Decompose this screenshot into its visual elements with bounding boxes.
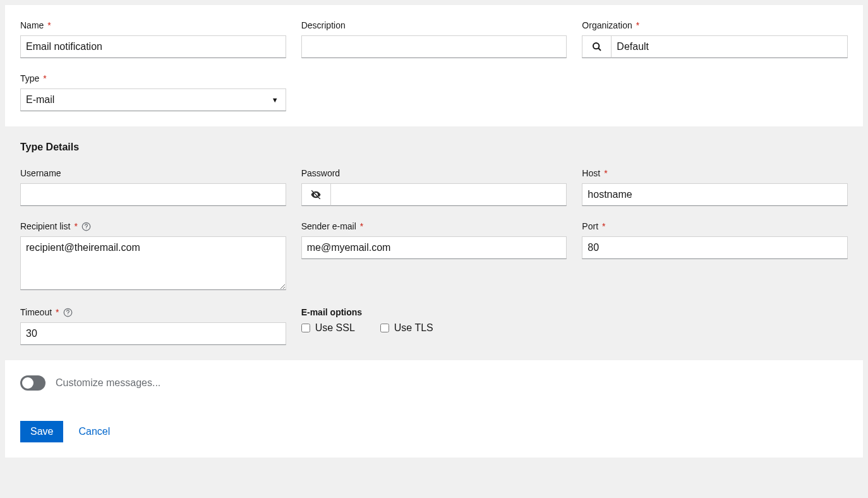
username-input[interactable] <box>20 183 286 206</box>
type-select[interactable] <box>20 88 286 111</box>
use-ssl-label: Use SSL <box>315 322 355 334</box>
eye-slash-icon <box>310 189 322 200</box>
host-label: Host * <box>582 168 848 178</box>
toggle-password-visibility[interactable] <box>301 183 330 206</box>
switch-thumb <box>22 377 33 389</box>
svg-line-1 <box>598 48 601 51</box>
timeout-label: Timeout * <box>20 307 286 317</box>
required-indicator: * <box>604 168 607 178</box>
customize-messages-toggle[interactable] <box>20 375 45 391</box>
port-input[interactable] <box>582 236 848 259</box>
cancel-button[interactable]: Cancel <box>78 426 110 437</box>
use-tls-input[interactable] <box>380 324 389 332</box>
required-indicator: * <box>43 73 46 83</box>
svg-point-5 <box>86 228 87 229</box>
name-input[interactable] <box>20 35 286 58</box>
username-label: Username <box>20 168 286 178</box>
recipient-list-input[interactable]: recipient@theiremail.com <box>20 236 286 290</box>
general-section: Name * Description Organization * <box>5 5 863 126</box>
password-input[interactable] <box>330 183 567 206</box>
name-label: Name * <box>20 20 286 30</box>
use-tls-label: Use TLS <box>394 322 433 334</box>
organization-search-button[interactable] <box>582 35 611 58</box>
type-details-section: Type Details Username Password <box>5 126 863 360</box>
help-icon[interactable] <box>81 221 92 231</box>
recipient-list-label: Recipient list * <box>20 221 286 231</box>
footer-section: Customize messages... Save Cancel <box>5 360 863 458</box>
type-details-title: Type Details <box>20 142 848 153</box>
description-label: Description <box>301 20 567 30</box>
sender-email-label: Sender e-mail * <box>301 221 567 231</box>
required-indicator: * <box>636 20 639 30</box>
required-indicator: * <box>56 307 59 317</box>
type-label: Type * <box>20 73 286 83</box>
timeout-input[interactable] <box>20 322 286 345</box>
svg-point-7 <box>68 314 68 315</box>
use-ssl-input[interactable] <box>301 324 310 332</box>
sender-email-input[interactable] <box>301 236 567 259</box>
save-button[interactable]: Save <box>20 421 63 442</box>
required-indicator: * <box>360 221 363 231</box>
host-input[interactable] <box>582 183 848 206</box>
organization-input[interactable] <box>611 35 848 58</box>
customize-messages-label: Customize messages... <box>56 377 160 389</box>
email-options-label: E-mail options <box>301 307 567 317</box>
required-indicator: * <box>74 221 77 231</box>
use-tls-checkbox[interactable]: Use TLS <box>380 322 433 334</box>
help-icon[interactable] <box>63 307 73 317</box>
required-indicator: * <box>602 221 605 231</box>
search-icon <box>592 42 602 52</box>
port-label: Port * <box>582 221 848 231</box>
password-label: Password <box>301 168 567 178</box>
organization-label: Organization * <box>582 20 848 30</box>
description-input[interactable] <box>301 35 567 58</box>
use-ssl-checkbox[interactable]: Use SSL <box>301 322 355 334</box>
required-indicator: * <box>47 20 51 30</box>
svg-point-0 <box>593 43 599 49</box>
